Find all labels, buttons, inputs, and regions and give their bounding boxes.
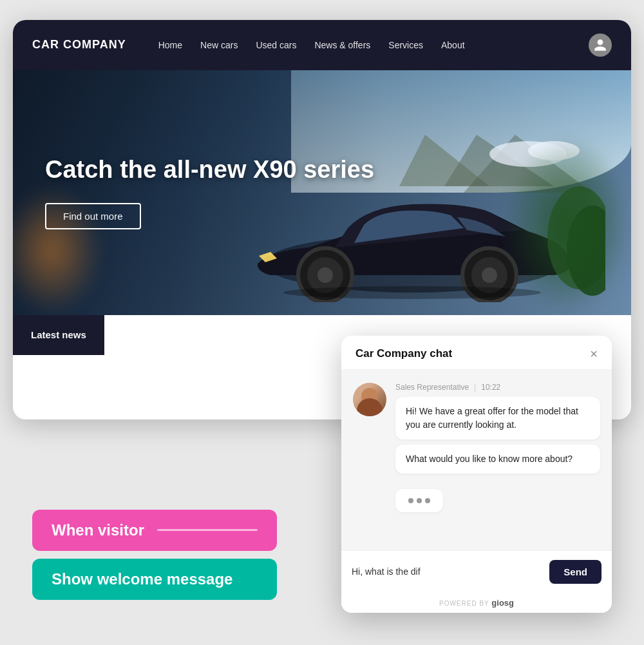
chat-title: Car Company chat (355, 347, 452, 360)
hero-content: Catch the all-new X90 series Find out mo… (13, 155, 374, 229)
chat-window: Car Company chat × Sales Representative … (341, 336, 612, 613)
powered-by-label: POWERED BY (439, 600, 489, 607)
navbar: CAR COMPANY Home New cars Used cars News… (13, 20, 631, 70)
automation-line (157, 529, 258, 531)
nav-used-cars[interactable]: Used cars (256, 40, 296, 50)
chat-input-field[interactable] (352, 566, 543, 577)
chat-body: Sales Representative | 10:22 Hi! We have… (341, 370, 612, 550)
svg-point-11 (482, 267, 497, 283)
chat-close-button[interactable]: × (590, 347, 598, 360)
powered-by-brand: giosg (491, 598, 514, 608)
typing-dot-3 (425, 498, 430, 503)
nav-news-offers[interactable]: News & offers (314, 40, 370, 50)
chat-bubble-1: Hi! We have a great offer for the model … (395, 397, 600, 439)
svg-point-8 (317, 267, 333, 283)
chat-send-button[interactable]: Send (549, 560, 601, 584)
chat-bubble-2: What would you like to know more about? (395, 445, 600, 474)
user-icon[interactable] (589, 34, 612, 57)
avatar-body (357, 398, 383, 416)
typing-dot-2 (417, 498, 422, 503)
nav-home[interactable]: Home (158, 40, 182, 50)
automation-show-label: Show welcome message (52, 570, 232, 588)
typing-dot-1 (408, 498, 413, 503)
agent-avatar (353, 383, 386, 416)
chat-msg-group: Sales Representative | 10:22 Hi! We have… (395, 383, 600, 479)
nav-links: Home New cars Used cars News & offers Se… (158, 40, 569, 50)
agent-role: Sales Representative (395, 383, 469, 392)
hero-fg-foliage (502, 135, 631, 315)
meta-separator: | (474, 383, 476, 392)
nav-logo: CAR COMPANY (32, 38, 126, 52)
hero-title: Catch the all-new X90 series (45, 155, 374, 185)
chat-input-area: Send (341, 550, 612, 593)
hero-cta-button[interactable]: Find out more (45, 203, 141, 229)
chat-meta: Sales Representative | 10:22 (395, 383, 600, 392)
automation-when-block[interactable]: When visitor (32, 510, 277, 551)
chat-footer: POWERED BY giosg (341, 593, 612, 613)
automation-when-label: When visitor (52, 521, 144, 539)
nav-new-cars[interactable]: New cars (200, 40, 238, 50)
hero-section: Catch the all-new X90 series Find out mo… (13, 70, 631, 315)
automation-show-block[interactable]: Show welcome message (32, 559, 277, 600)
nav-services[interactable]: Services (388, 40, 423, 50)
agent-time: 10:22 (481, 383, 500, 392)
automation-layer: When visitor Show welcome message (32, 510, 277, 600)
nav-about[interactable]: About (441, 40, 465, 50)
chat-typing-indicator (395, 489, 443, 512)
person-icon (593, 38, 607, 52)
latest-news-label: Latest news (13, 315, 104, 355)
chat-header: Car Company chat × (341, 336, 612, 370)
chat-message-row-1: Sales Representative | 10:22 Hi! We have… (353, 383, 600, 479)
